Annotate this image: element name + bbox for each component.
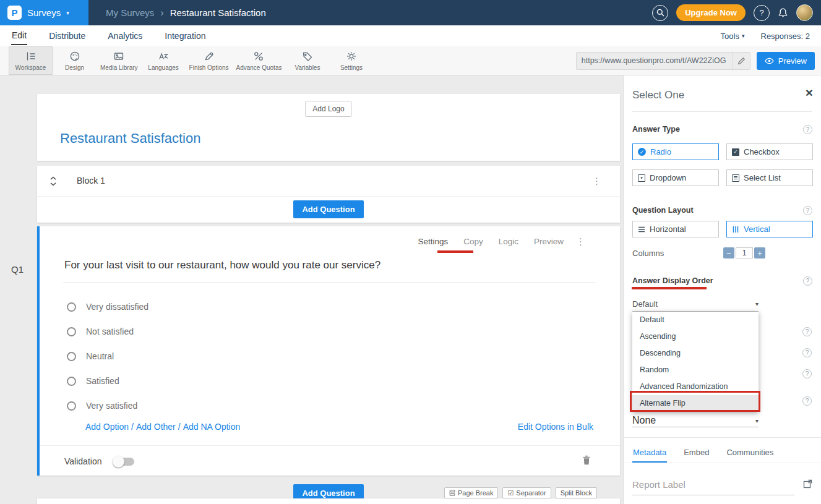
help-icon[interactable]: ? [803,276,812,286]
vertical-bars-icon [732,226,739,233]
tab-metadata[interactable]: Metadata [632,444,667,463]
responses-count[interactable]: Responses: 2 [761,32,810,41]
answer-type-select-list[interactable]: Select List [726,169,813,186]
validation-toggle[interactable] [114,458,134,466]
help-icon[interactable]: ? [803,206,812,215]
option-label[interactable]: Very satisfied [86,401,137,411]
tool-advance-quotas[interactable]: Advance Quotas [233,46,286,75]
caret-down-icon: ▾ [66,10,69,16]
question-layout-label: Question Layout [632,206,694,215]
tool-settings[interactable]: Settings [329,46,373,75]
option-label[interactable]: Very dissatisfied [86,302,148,312]
layout-vertical[interactable]: Vertical [726,221,813,237]
menu-item-default[interactable]: Default [632,312,759,328]
question-text[interactable]: For your last visit to our restaurant, h… [64,259,380,271]
question-tab-preview[interactable]: Preview [534,237,564,246]
tool-languages[interactable]: Languages [142,46,186,75]
option-label[interactable]: Satisfied [86,376,119,386]
answer-type-dropdown[interactable]: ▾ Dropdown [632,169,719,186]
breadcrumb-my-surveys[interactable]: My Surveys [106,7,154,18]
question-tab-copy[interactable]: Copy [463,237,483,246]
option-label[interactable]: Neutral [86,351,114,361]
block-kebab-menu-icon[interactable]: ⋮ [592,176,601,186]
workspace-icon [25,50,37,62]
add-logo-button[interactable]: Add Logo [305,101,351,117]
tools-label: Tools [721,32,739,41]
help-icon[interactable]: ? [754,5,770,21]
answer-display-order-label: Answer Display Order [632,276,713,285]
tab-embed[interactable]: Embed [683,444,710,463]
question-tab-logic[interactable]: Logic [499,237,518,246]
tab-analytics[interactable]: Analytics [107,27,143,45]
help-icon[interactable]: ? [802,348,812,357]
edit-url-pencil-icon[interactable] [733,53,750,69]
notifications-bell-icon[interactable] [778,7,788,19]
menu-item-advanced-randomization[interactable]: Advanced Randomization [632,378,759,395]
menu-item-ascending[interactable]: Ascending [632,328,759,345]
block-name[interactable]: Block 1 [77,176,105,186]
add-other-link[interactable]: Add Other [136,422,176,432]
eye-icon [765,58,774,64]
layout-horizontal[interactable]: Horizontal [632,221,719,237]
option-label[interactable]: Not satisfied [86,327,134,336]
radio-button[interactable] [67,352,76,361]
survey-title[interactable]: Restaurant Satisfaction [60,130,200,147]
separator-button[interactable]: ☑ Separator [502,487,551,498]
preview-button[interactable]: Preview [757,52,815,70]
radio-button[interactable] [67,302,76,312]
radio-button[interactable] [67,401,76,411]
add-na-option-link[interactable]: Add NA Option [183,422,241,432]
answer-display-order-select[interactable]: Default ▾ [632,297,759,312]
user-avatar[interactable] [796,4,813,21]
close-icon[interactable]: × [806,85,813,100]
upgrade-now-button[interactable]: Upgrade Now [676,4,746,21]
caret-down-icon: ▾ [755,301,759,307]
question-tab-settings[interactable]: Settings [418,237,448,246]
columns-label: Columns [632,249,664,258]
select-list-icon [732,174,739,182]
add-question-row: Add Question [37,197,620,222]
search-icon[interactable] [652,5,668,21]
help-icon[interactable]: ? [802,369,812,378]
help-icon[interactable]: ? [803,125,812,134]
menu-item-random[interactable]: Random [632,362,759,378]
columns-plus-button[interactable]: + [754,247,765,258]
columns-input[interactable] [736,247,753,258]
survey-canvas: Add Logo Restaurant Satisfaction Block 1… [0,75,623,504]
collapse-block-icon[interactable] [49,176,57,186]
tool-media-library[interactable]: Media Library [97,46,142,75]
menu-item-alternate-flip[interactable]: Alternate Flip [632,395,759,412]
answer-type-checkbox[interactable]: ✓ Checkbox [726,143,813,160]
expand-icon[interactable] [803,479,812,489]
tool-finish-options[interactable]: Finish Options [186,46,233,75]
finish-options-icon [203,50,215,62]
tools-menu[interactable]: Tools ▾ [721,32,745,41]
add-question-button[interactable]: Add Question [293,200,363,218]
radio-button[interactable] [67,377,76,386]
tab-integration[interactable]: Integration [164,27,206,45]
page-break-button[interactable]: Page Break [444,487,498,498]
columns-minus-button[interactable]: − [723,247,734,258]
help-icon[interactable]: ? [802,327,812,336]
tab-communities[interactable]: Communities [726,444,774,463]
answer-type-radio[interactable]: ✓ Radio [632,143,719,160]
split-block-button[interactable]: Split Block [556,487,597,498]
tool-design[interactable]: Design [53,46,97,75]
tab-edit[interactable]: Edit [11,27,27,45]
delete-question-trash-icon[interactable] [582,455,591,465]
product-switcher[interactable]: P Surveys ▾ [0,0,88,25]
tab-distribute[interactable]: Distribute [48,27,86,45]
tool-workspace[interactable]: Workspace [9,46,53,75]
survey-url[interactable]: https://www.questionpro.com/t/AW22ZiOG [577,56,733,65]
question-layout-options: Horizontal Vertical [632,221,813,237]
radio-button[interactable] [67,327,76,336]
add-option-link[interactable]: Add Option [85,422,129,432]
help-icon[interactable]: ? [802,396,812,406]
secondary-select[interactable]: None ▾ [632,414,759,427]
report-label-input[interactable] [632,477,794,495]
edit-options-in-bulk-link[interactable]: Edit Options in Bulk [518,422,593,432]
tool-variables[interactable]: Variables [285,46,329,75]
question-kebab-menu-icon[interactable]: ⋮ [576,237,585,246]
menu-item-descending[interactable]: Descending [632,345,759,362]
breadcrumb: My Surveys › Restaurant Satisfaction [106,7,266,19]
